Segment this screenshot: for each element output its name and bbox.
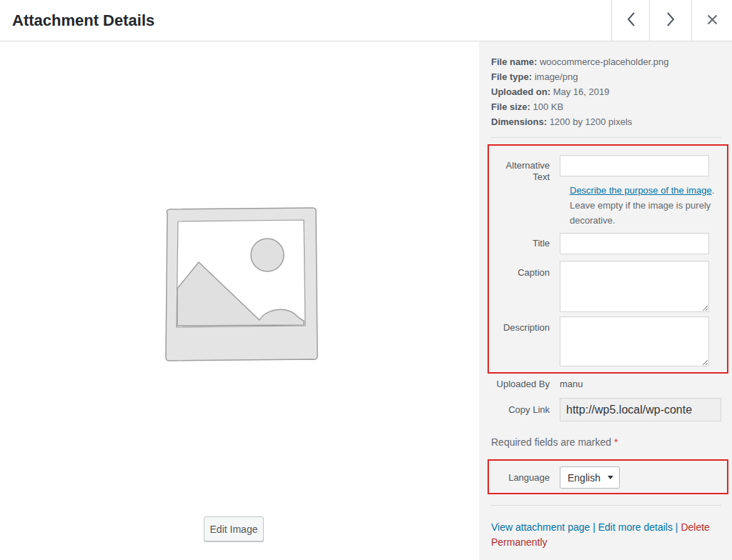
uploaded-by-value: manu bbox=[560, 379, 583, 390]
copy-link-label: Copy Link bbox=[491, 398, 560, 416]
close-button[interactable] bbox=[691, 0, 732, 41]
edit-more-details-link[interactable]: Edit more details bbox=[598, 521, 673, 533]
required-asterisk: * bbox=[614, 436, 618, 448]
chevron-right-icon bbox=[666, 11, 676, 29]
meta-value: 1200 by 1200 pixels bbox=[547, 116, 632, 127]
meta-label: File type: bbox=[491, 71, 532, 82]
attachment-details-modal: Attachment Details Ed bbox=[0, 0, 732, 560]
attachment-actions: View attachment page | Edit more details… bbox=[491, 520, 721, 550]
caption-label: Caption bbox=[491, 261, 560, 279]
chevron-down-icon bbox=[608, 476, 613, 479]
action-separator: | bbox=[673, 521, 681, 533]
action-separator: | bbox=[590, 521, 598, 533]
language-select[interactable]: English bbox=[560, 466, 620, 489]
describe-purpose-link[interactable]: Describe the purpose of the image bbox=[570, 185, 712, 196]
meta-row-uploaded-on: Uploaded on: May 16, 2019 bbox=[491, 84, 721, 99]
language-selected-value: English bbox=[568, 472, 605, 484]
meta-label: Dimensions: bbox=[491, 116, 547, 127]
meta-row-filetype: File type: image/png bbox=[491, 69, 721, 84]
title-input[interactable] bbox=[560, 233, 709, 254]
language-label: Language bbox=[491, 466, 560, 484]
meta-value: image/png bbox=[532, 71, 578, 82]
caption-row: Caption bbox=[491, 261, 709, 312]
chevron-left-icon bbox=[626, 11, 635, 29]
meta-row-dimensions: Dimensions: 1200 by 1200 pixels bbox=[491, 114, 721, 129]
meta-row-filename: File name: woocommerce-placeholder.png bbox=[491, 54, 721, 69]
title-row: Title bbox=[491, 233, 709, 254]
meta-value: May 16, 2019 bbox=[550, 86, 609, 97]
meta-value: 100 KB bbox=[530, 101, 563, 112]
alt-text-input[interactable] bbox=[560, 155, 709, 176]
uploaded-by-row: Uploaded By manu bbox=[491, 379, 583, 390]
meta-row-filesize: File size: 100 KB bbox=[491, 99, 721, 114]
meta-label: Uploaded on: bbox=[491, 86, 550, 97]
copy-link-row: Copy Link bbox=[491, 398, 721, 421]
language-row: Language English bbox=[491, 466, 620, 489]
title-label: Title bbox=[491, 233, 560, 249]
image-placeholder bbox=[162, 206, 320, 364]
view-attachment-link[interactable]: View attachment page bbox=[491, 521, 590, 533]
alt-help-text: Describe the purpose of the image. Leave… bbox=[570, 183, 723, 228]
meta-value: woocommerce-placeholder.png bbox=[537, 56, 668, 67]
description-textarea[interactable] bbox=[560, 316, 709, 366]
edit-image-button[interactable]: Edit Image bbox=[204, 516, 264, 541]
copy-link-input[interactable] bbox=[560, 398, 721, 421]
modal-header: Attachment Details bbox=[0, 0, 732, 41]
required-note-text: Required fields are marked bbox=[491, 436, 614, 448]
uploaded-by-label: Uploaded By bbox=[491, 379, 560, 390]
description-row: Description bbox=[491, 316, 709, 366]
alt-text-row: Alternative Text bbox=[491, 155, 709, 183]
caption-textarea[interactable] bbox=[560, 261, 709, 312]
next-attachment-button[interactable] bbox=[649, 0, 691, 41]
alt-text-label: Alternative Text bbox=[491, 155, 560, 183]
close-icon bbox=[706, 14, 718, 28]
file-meta: File name: woocommerce-placeholder.png F… bbox=[491, 54, 721, 129]
meta-label: File name: bbox=[491, 56, 537, 67]
header-nav bbox=[611, 0, 732, 41]
divider bbox=[491, 505, 721, 506]
divider bbox=[491, 137, 721, 138]
meta-label: File size: bbox=[491, 101, 530, 112]
previous-attachment-button[interactable] bbox=[611, 0, 649, 41]
page-title: Attachment Details bbox=[12, 0, 154, 41]
required-fields-note: Required fields are marked * bbox=[491, 436, 618, 448]
description-label: Description bbox=[491, 316, 560, 334]
